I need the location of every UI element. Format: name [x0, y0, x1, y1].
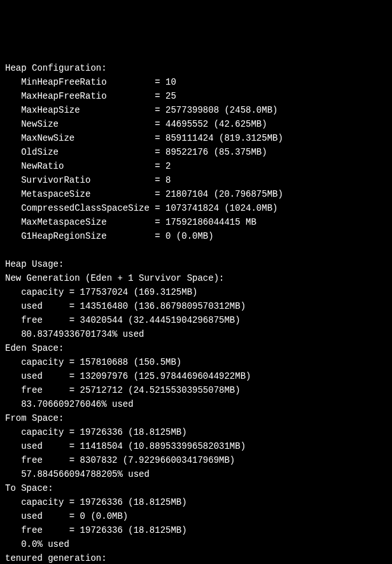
- terminal-output: Heap Configuration: MinHeapFreeRatio = 1…: [5, 61, 387, 564]
